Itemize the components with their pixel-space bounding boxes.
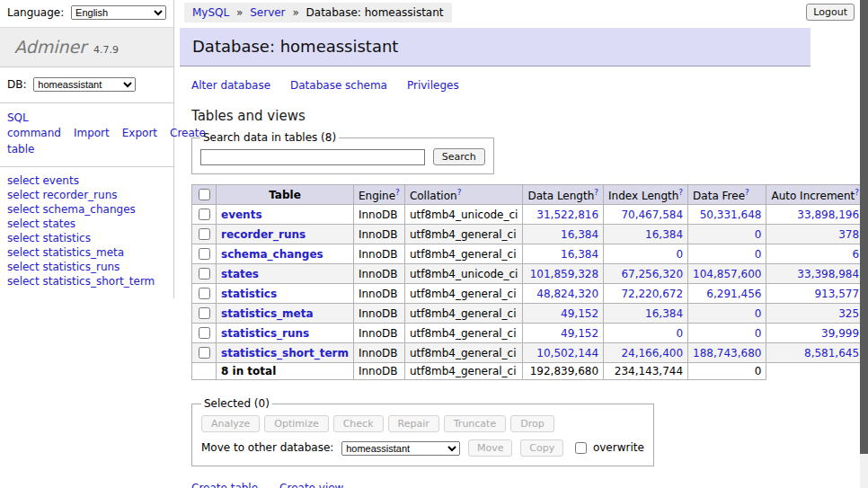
collation-cell: utf8mb4_general_ci — [404, 225, 523, 244]
index-length-cell: 0 — [604, 324, 688, 343]
engine-cell: InnoDB — [353, 205, 404, 225]
copy-button[interactable]: Copy — [520, 439, 563, 457]
language-select[interactable]: English — [71, 5, 166, 20]
database-action-link[interactable]: Alter database — [191, 79, 270, 92]
table-name-link[interactable]: statistics_runs — [221, 327, 309, 340]
row-checkbox[interactable] — [199, 307, 210, 319]
scrollbar-thumb[interactable] — [860, 0, 868, 454]
row-checkbox[interactable] — [199, 347, 210, 359]
help-link[interactable]: ? — [678, 188, 683, 197]
help-link[interactable]: ? — [594, 188, 598, 197]
table-name-link[interactable]: schema_changes — [221, 248, 323, 261]
app-version: 4.7.9 — [93, 44, 119, 56]
sidebar-menu-link[interactable]: SQL command — [7, 111, 61, 139]
table-row: statistics_metaInnoDButf8mb4_general_ci4… — [192, 304, 868, 324]
data-free-cell: 188,743,680 — [688, 343, 766, 363]
table-row: statistics_short_termInnoDButf8mb4_gener… — [192, 343, 868, 363]
row-checkbox-cell — [192, 324, 217, 343]
help-link[interactable]: ? — [395, 188, 400, 197]
sidebar-select-table-link[interactable]: select recorder_runs — [7, 189, 166, 203]
sidebar-select-table-link[interactable]: select schema_changes — [7, 203, 166, 217]
table-row: statistics_runsInnoDButf8mb4_general_ci4… — [192, 324, 868, 343]
sidebar-menu-link[interactable]: Import — [74, 127, 110, 139]
sidebar-menu-link[interactable]: Export — [122, 127, 157, 139]
logout-button[interactable]: Logout — [806, 4, 855, 21]
data-length-cell: 101,859,328 — [523, 264, 604, 284]
auto-increment-cell: 913,577 — [766, 284, 864, 304]
sidebar-select-table-link[interactable]: select statistics — [7, 232, 166, 246]
tables-heading: Tables and views — [191, 108, 810, 124]
row-checkbox[interactable] — [199, 268, 210, 279]
database-action-link[interactable]: Database schema — [290, 79, 387, 92]
column-header: Data Length? — [523, 185, 604, 205]
page-title: Database: homeassistant — [180, 28, 810, 67]
row-checkbox[interactable] — [199, 248, 210, 260]
row-checkbox[interactable] — [199, 209, 210, 220]
create-link[interactable]: Create view — [279, 482, 343, 488]
collation-cell: utf8mb4_general_ci — [404, 284, 523, 304]
move-database-select[interactable]: homeassistant — [341, 441, 460, 456]
breadcrumb-mysql-link[interactable]: MySQL — [192, 6, 229, 19]
table-name-link[interactable]: statistics_meta — [221, 307, 314, 320]
index-length-cell: 72,220,672 — [604, 284, 688, 304]
sidebar-select-table-link[interactable]: select events — [7, 174, 166, 189]
vertical-scrollbar[interactable] — [860, 0, 868, 488]
column-header: Index Length? — [604, 185, 688, 205]
table-row: statisticsInnoDButf8mb4_general_ci48,824… — [192, 284, 868, 304]
breadcrumb: MySQL » Server » Database: homeassistant — [184, 3, 452, 22]
sidebar-select-table-link[interactable]: select statistics_meta — [7, 246, 166, 261]
table-name-cell: statistics — [217, 284, 354, 304]
create-link[interactable]: Create table — [191, 482, 258, 488]
data-free-cell: 0 — [688, 324, 766, 343]
drop-button[interactable]: Drop — [510, 415, 554, 432]
select-all-header-cell — [192, 185, 217, 205]
sidebar-select-table-link[interactable]: select statistics_runs — [7, 261, 166, 275]
search-button[interactable]: Search — [433, 148, 485, 165]
row-checkbox[interactable] — [199, 288, 210, 299]
data-length-cell: 16,384 — [523, 244, 604, 264]
table-name-cell: recorder_runs — [217, 225, 354, 244]
analyze-button[interactable]: Analyze — [201, 415, 260, 432]
engine-cell: InnoDB — [353, 225, 404, 244]
table-row: eventsInnoDButf8mb4_unicode_ci31,522,816… — [192, 205, 868, 225]
engine-cell: InnoDB — [353, 264, 404, 284]
table-name-cell: statistics_short_term — [217, 343, 354, 363]
table-name-link[interactable]: events — [221, 209, 262, 221]
truncate-button[interactable]: Truncate — [444, 415, 506, 432]
check-button[interactable]: Check — [333, 415, 384, 432]
database-action-link[interactable]: Privileges — [407, 79, 459, 92]
row-checkbox[interactable] — [199, 327, 210, 339]
overwrite-checkbox[interactable] — [575, 442, 587, 454]
auto-increment-cell: 6 — [766, 244, 864, 264]
table-name-link[interactable]: states — [221, 268, 259, 280]
sidebar-select-table-link[interactable]: select states — [7, 217, 166, 232]
collation-cell: utf8mb4_general_ci — [404, 324, 523, 343]
optimize-button[interactable]: Optimize — [264, 415, 328, 432]
auto-increment-cell: 8,581,645 — [766, 343, 864, 363]
sidebar-select-table-link[interactable]: select statistics_short_term — [7, 275, 166, 289]
help-link[interactable]: ? — [855, 188, 859, 197]
table-name-cell: statistics_meta — [217, 304, 354, 324]
table-name-cell: events — [217, 205, 354, 225]
help-link[interactable]: ? — [745, 188, 749, 197]
table-name-link[interactable]: statistics — [221, 288, 277, 300]
breadcrumb-server-link[interactable]: Server — [250, 6, 285, 19]
move-button[interactable]: Move — [468, 439, 513, 457]
row-checkbox[interactable] — [199, 228, 210, 240]
main-content: MySQL » Server » Database: homeassistant… — [180, 0, 810, 488]
auto-increment-cell: 325 — [766, 304, 864, 324]
row-checkbox-cell — [192, 205, 217, 225]
help-link[interactable]: ? — [457, 188, 462, 197]
row-checkbox-cell — [192, 244, 217, 264]
row-checkbox-cell — [192, 284, 217, 304]
move-label: Move to other database: — [201, 441, 333, 454]
search-input[interactable] — [200, 149, 425, 165]
table-name-link[interactable]: recorder_runs — [221, 228, 306, 241]
select-all-checkbox[interactable] — [199, 189, 210, 200]
repair-button[interactable]: Repair — [388, 415, 439, 432]
db-select[interactable]: homeassistant — [33, 77, 136, 92]
app-logo[interactable]: Adminer — [14, 37, 86, 57]
row-checkbox-cell — [192, 304, 217, 324]
table-name-link[interactable]: statistics_short_term — [221, 347, 349, 359]
data-free-cell: 0 — [688, 225, 766, 244]
